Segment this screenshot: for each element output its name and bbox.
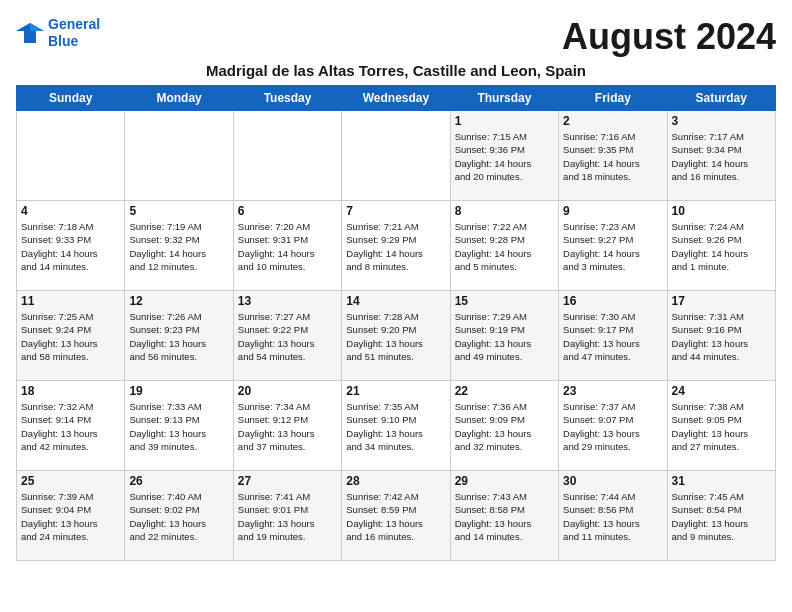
day-info: Sunrise: 7:30 AM Sunset: 9:17 PM Dayligh… (563, 310, 662, 363)
day-info: Sunrise: 7:22 AM Sunset: 9:28 PM Dayligh… (455, 220, 554, 273)
day-number: 29 (455, 474, 554, 488)
day-info: Sunrise: 7:41 AM Sunset: 9:01 PM Dayligh… (238, 490, 337, 543)
day-number: 14 (346, 294, 445, 308)
day-info: Sunrise: 7:29 AM Sunset: 9:19 PM Dayligh… (455, 310, 554, 363)
calendar-cell: 14Sunrise: 7:28 AM Sunset: 9:20 PM Dayli… (342, 291, 450, 381)
day-number: 6 (238, 204, 337, 218)
day-number: 21 (346, 384, 445, 398)
day-headers: SundayMondayTuesdayWednesdayThursdayFrid… (17, 86, 776, 111)
calendar-cell: 12Sunrise: 7:26 AM Sunset: 9:23 PM Dayli… (125, 291, 233, 381)
day-number: 10 (672, 204, 771, 218)
svg-marker-1 (30, 23, 44, 31)
day-info: Sunrise: 7:16 AM Sunset: 9:35 PM Dayligh… (563, 130, 662, 183)
day-info: Sunrise: 7:23 AM Sunset: 9:27 PM Dayligh… (563, 220, 662, 273)
day-number: 28 (346, 474, 445, 488)
day-number: 12 (129, 294, 228, 308)
day-number: 20 (238, 384, 337, 398)
calendar-cell: 25Sunrise: 7:39 AM Sunset: 9:04 PM Dayli… (17, 471, 125, 561)
day-info: Sunrise: 7:44 AM Sunset: 8:56 PM Dayligh… (563, 490, 662, 543)
day-number: 7 (346, 204, 445, 218)
day-number: 23 (563, 384, 662, 398)
day-info: Sunrise: 7:19 AM Sunset: 9:32 PM Dayligh… (129, 220, 228, 273)
calendar-cell: 26Sunrise: 7:40 AM Sunset: 9:02 PM Dayli… (125, 471, 233, 561)
calendar-cell: 1Sunrise: 7:15 AM Sunset: 9:36 PM Daylig… (450, 111, 558, 201)
calendar-cell (125, 111, 233, 201)
day-info: Sunrise: 7:43 AM Sunset: 8:58 PM Dayligh… (455, 490, 554, 543)
calendar-cell: 22Sunrise: 7:36 AM Sunset: 9:09 PM Dayli… (450, 381, 558, 471)
day-number: 4 (21, 204, 120, 218)
day-info: Sunrise: 7:40 AM Sunset: 9:02 PM Dayligh… (129, 490, 228, 543)
day-number: 25 (21, 474, 120, 488)
day-number: 5 (129, 204, 228, 218)
day-number: 13 (238, 294, 337, 308)
day-info: Sunrise: 7:28 AM Sunset: 9:20 PM Dayligh… (346, 310, 445, 363)
calendar-cell: 4Sunrise: 7:18 AM Sunset: 9:33 PM Daylig… (17, 201, 125, 291)
day-info: Sunrise: 7:20 AM Sunset: 9:31 PM Dayligh… (238, 220, 337, 273)
day-info: Sunrise: 7:18 AM Sunset: 9:33 PM Dayligh… (21, 220, 120, 273)
calendar-cell: 29Sunrise: 7:43 AM Sunset: 8:58 PM Dayli… (450, 471, 558, 561)
day-info: Sunrise: 7:25 AM Sunset: 9:24 PM Dayligh… (21, 310, 120, 363)
calendar-cell: 28Sunrise: 7:42 AM Sunset: 8:59 PM Dayli… (342, 471, 450, 561)
header: General Blue August 2024 (16, 16, 776, 58)
calendar-cell: 2Sunrise: 7:16 AM Sunset: 9:35 PM Daylig… (559, 111, 667, 201)
calendar-cell: 15Sunrise: 7:29 AM Sunset: 9:19 PM Dayli… (450, 291, 558, 381)
day-number: 3 (672, 114, 771, 128)
day-number: 26 (129, 474, 228, 488)
day-number: 2 (563, 114, 662, 128)
day-number: 31 (672, 474, 771, 488)
day-number: 22 (455, 384, 554, 398)
day-number: 30 (563, 474, 662, 488)
day-number: 24 (672, 384, 771, 398)
day-info: Sunrise: 7:24 AM Sunset: 9:26 PM Dayligh… (672, 220, 771, 273)
day-info: Sunrise: 7:26 AM Sunset: 9:23 PM Dayligh… (129, 310, 228, 363)
page-subtitle: Madrigal de las Altas Torres, Castille a… (16, 62, 776, 79)
day-header-friday: Friday (559, 86, 667, 111)
week-row-4: 18Sunrise: 7:32 AM Sunset: 9:14 PM Dayli… (17, 381, 776, 471)
day-info: Sunrise: 7:38 AM Sunset: 9:05 PM Dayligh… (672, 400, 771, 453)
calendar-cell: 16Sunrise: 7:30 AM Sunset: 9:17 PM Dayli… (559, 291, 667, 381)
logo: General Blue (16, 16, 100, 50)
day-number: 15 (455, 294, 554, 308)
month-title: August 2024 (562, 16, 776, 58)
calendar-cell: 31Sunrise: 7:45 AM Sunset: 8:54 PM Dayli… (667, 471, 775, 561)
day-info: Sunrise: 7:34 AM Sunset: 9:12 PM Dayligh… (238, 400, 337, 453)
day-info: Sunrise: 7:15 AM Sunset: 9:36 PM Dayligh… (455, 130, 554, 183)
calendar-cell: 7Sunrise: 7:21 AM Sunset: 9:29 PM Daylig… (342, 201, 450, 291)
day-info: Sunrise: 7:31 AM Sunset: 9:16 PM Dayligh… (672, 310, 771, 363)
day-info: Sunrise: 7:35 AM Sunset: 9:10 PM Dayligh… (346, 400, 445, 453)
day-info: Sunrise: 7:36 AM Sunset: 9:09 PM Dayligh… (455, 400, 554, 453)
day-info: Sunrise: 7:32 AM Sunset: 9:14 PM Dayligh… (21, 400, 120, 453)
calendar-table: SundayMondayTuesdayWednesdayThursdayFrid… (16, 85, 776, 561)
calendar-cell: 21Sunrise: 7:35 AM Sunset: 9:10 PM Dayli… (342, 381, 450, 471)
calendar-cell: 3Sunrise: 7:17 AM Sunset: 9:34 PM Daylig… (667, 111, 775, 201)
day-number: 19 (129, 384, 228, 398)
day-header-wednesday: Wednesday (342, 86, 450, 111)
calendar-cell: 10Sunrise: 7:24 AM Sunset: 9:26 PM Dayli… (667, 201, 775, 291)
calendar-cell: 24Sunrise: 7:38 AM Sunset: 9:05 PM Dayli… (667, 381, 775, 471)
logo-icon (16, 21, 44, 45)
calendar-cell: 30Sunrise: 7:44 AM Sunset: 8:56 PM Dayli… (559, 471, 667, 561)
day-header-sunday: Sunday (17, 86, 125, 111)
day-header-monday: Monday (125, 86, 233, 111)
day-info: Sunrise: 7:42 AM Sunset: 8:59 PM Dayligh… (346, 490, 445, 543)
calendar-cell: 27Sunrise: 7:41 AM Sunset: 9:01 PM Dayli… (233, 471, 341, 561)
calendar-cell (17, 111, 125, 201)
calendar-cell: 23Sunrise: 7:37 AM Sunset: 9:07 PM Dayli… (559, 381, 667, 471)
day-info: Sunrise: 7:27 AM Sunset: 9:22 PM Dayligh… (238, 310, 337, 363)
logo-text: General Blue (48, 16, 100, 50)
week-row-5: 25Sunrise: 7:39 AM Sunset: 9:04 PM Dayli… (17, 471, 776, 561)
calendar-cell: 19Sunrise: 7:33 AM Sunset: 9:13 PM Dayli… (125, 381, 233, 471)
day-number: 1 (455, 114, 554, 128)
calendar-cell: 13Sunrise: 7:27 AM Sunset: 9:22 PM Dayli… (233, 291, 341, 381)
calendar-cell (233, 111, 341, 201)
day-number: 27 (238, 474, 337, 488)
day-number: 16 (563, 294, 662, 308)
day-header-saturday: Saturday (667, 86, 775, 111)
day-header-thursday: Thursday (450, 86, 558, 111)
day-number: 11 (21, 294, 120, 308)
day-info: Sunrise: 7:17 AM Sunset: 9:34 PM Dayligh… (672, 130, 771, 183)
calendar-cell: 8Sunrise: 7:22 AM Sunset: 9:28 PM Daylig… (450, 201, 558, 291)
day-number: 8 (455, 204, 554, 218)
calendar-cell: 20Sunrise: 7:34 AM Sunset: 9:12 PM Dayli… (233, 381, 341, 471)
day-info: Sunrise: 7:37 AM Sunset: 9:07 PM Dayligh… (563, 400, 662, 453)
